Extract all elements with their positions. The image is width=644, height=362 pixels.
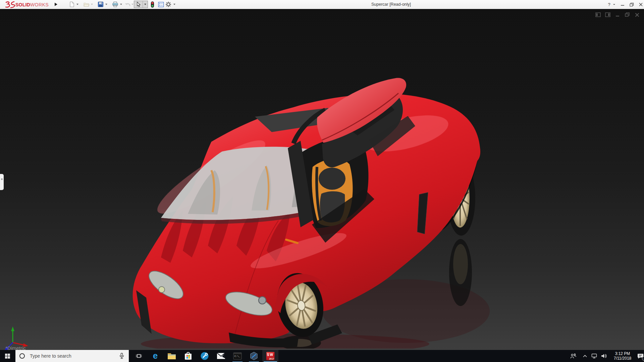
select-dropdown[interactable] bbox=[144, 4, 146, 5]
solidworks-app-icon: SW 2017 bbox=[266, 352, 275, 360]
minimize-button[interactable] bbox=[619, 0, 626, 9]
open-folder-icon bbox=[83, 1, 90, 7]
close-button[interactable] bbox=[637, 0, 644, 9]
hexagon-app-button[interactable] bbox=[246, 350, 262, 362]
cortana-icon bbox=[19, 353, 25, 359]
file-explorer-button[interactable] bbox=[164, 350, 180, 362]
doc-close-icon[interactable] bbox=[634, 12, 640, 17]
task-view-icon bbox=[136, 353, 142, 359]
flyout-tab-handle bbox=[1, 178, 3, 180]
clock-time: 3:12 PM bbox=[608, 351, 637, 356]
stoplight-icon bbox=[151, 1, 154, 8]
edge-button[interactable]: e bbox=[147, 350, 163, 362]
restore-icon bbox=[630, 3, 634, 7]
featuremanager-flyout-tab[interactable] bbox=[0, 174, 4, 190]
sw-year: 2017 bbox=[269, 358, 274, 360]
command-prompt-icon: C:\_ bbox=[233, 352, 242, 360]
undo-icon bbox=[125, 1, 131, 7]
clock[interactable]: 3:12 PM 7/11/2018 bbox=[608, 351, 637, 361]
wrench-circle-icon bbox=[200, 352, 209, 360]
restore-button[interactable] bbox=[628, 0, 635, 9]
save-floppy-icon bbox=[98, 1, 104, 7]
document-window-controls bbox=[595, 12, 640, 17]
properties-button[interactable] bbox=[158, 1, 164, 8]
options-button[interactable] bbox=[165, 1, 172, 8]
people-button[interactable] bbox=[568, 350, 578, 362]
sw-letters: SW bbox=[266, 353, 275, 357]
graphics-viewport[interactable]: *Dimetric bbox=[0, 9, 644, 350]
task-view-button[interactable] bbox=[131, 350, 147, 362]
microphone-icon[interactable] bbox=[119, 353, 125, 359]
minimize-icon bbox=[621, 3, 625, 6]
window-title: Supercar [Read-only] bbox=[354, 2, 428, 7]
select-cursor-icon bbox=[136, 2, 141, 7]
show-hidden-icons-button[interactable] bbox=[581, 350, 589, 362]
notification-badge: 3 bbox=[642, 356, 644, 361]
store-button[interactable] bbox=[180, 350, 196, 362]
pane-toggle-left-icon[interactable] bbox=[595, 12, 601, 17]
solidworks-logo-mark bbox=[4, 1, 15, 9]
open-dropdown[interactable] bbox=[91, 4, 93, 5]
help-button[interactable]: ? bbox=[606, 0, 612, 9]
open-button[interactable] bbox=[83, 1, 90, 8]
orientation-label: *Dimetric bbox=[5, 345, 26, 350]
new-document-dropdown[interactable] bbox=[76, 4, 78, 5]
new-document-button[interactable] bbox=[68, 1, 75, 8]
undo-button[interactable] bbox=[124, 1, 131, 8]
brand-text-light: WORKS bbox=[30, 2, 49, 7]
command-prompt-button[interactable]: C:\_ bbox=[229, 350, 246, 362]
close-icon bbox=[639, 3, 643, 6]
tools-app-button[interactable] bbox=[197, 350, 213, 362]
action-center-button[interactable]: 3 bbox=[636, 350, 644, 362]
svg-text:e: e bbox=[153, 352, 158, 360]
select-tool-button[interactable] bbox=[134, 1, 148, 8]
print-dropdown[interactable] bbox=[120, 4, 122, 5]
new-document-icon bbox=[69, 1, 75, 7]
solidworks-logo[interactable]: SOLIDWORKS bbox=[4, 1, 49, 8]
chevron-up-icon bbox=[583, 354, 587, 358]
clock-date: 7/11/2018 bbox=[608, 356, 637, 361]
speaker-icon bbox=[601, 353, 607, 359]
undo-dropdown[interactable] bbox=[131, 4, 133, 5]
help-icon: ? bbox=[608, 2, 610, 7]
taskbar-search[interactable] bbox=[15, 350, 129, 362]
save-dropdown[interactable] bbox=[105, 4, 107, 5]
print-icon bbox=[112, 1, 118, 7]
menu-expand-icon[interactable] bbox=[55, 3, 57, 6]
network-icon bbox=[591, 353, 597, 359]
windows-logo-icon bbox=[5, 354, 10, 359]
network-button[interactable] bbox=[590, 350, 599, 362]
pane-toggle-right-icon[interactable] bbox=[605, 12, 611, 17]
store-icon bbox=[184, 352, 192, 360]
mail-button[interactable] bbox=[213, 350, 229, 362]
hexagon-app-icon bbox=[250, 352, 258, 360]
people-icon bbox=[570, 353, 577, 359]
volume-button[interactable] bbox=[599, 350, 608, 362]
taskbar: e bbox=[0, 350, 644, 362]
gear-icon bbox=[165, 1, 171, 7]
start-button[interactable] bbox=[0, 350, 15, 362]
svg-text:C:\_: C:\_ bbox=[234, 355, 240, 358]
file-explorer-icon bbox=[167, 352, 176, 360]
mail-icon bbox=[217, 353, 225, 359]
doc-minimize-icon[interactable] bbox=[614, 12, 621, 17]
properties-list-icon bbox=[158, 2, 164, 7]
search-input[interactable] bbox=[29, 353, 113, 359]
print-button[interactable] bbox=[112, 1, 118, 8]
rebuild-stoplight-button[interactable] bbox=[149, 1, 156, 8]
titlebar: SOLIDWORKS bbox=[0, 0, 644, 9]
brand-text-bold: SOLID bbox=[15, 2, 30, 7]
doc-restore-icon[interactable] bbox=[624, 12, 630, 17]
help-dropdown[interactable] bbox=[613, 4, 615, 5]
3d-model-supercar[interactable] bbox=[111, 76, 493, 349]
options-dropdown[interactable] bbox=[173, 4, 175, 5]
save-button[interactable] bbox=[97, 1, 104, 8]
solidworks-taskbar-button[interactable]: SW 2017 bbox=[262, 350, 278, 362]
edge-icon: e bbox=[151, 352, 160, 360]
